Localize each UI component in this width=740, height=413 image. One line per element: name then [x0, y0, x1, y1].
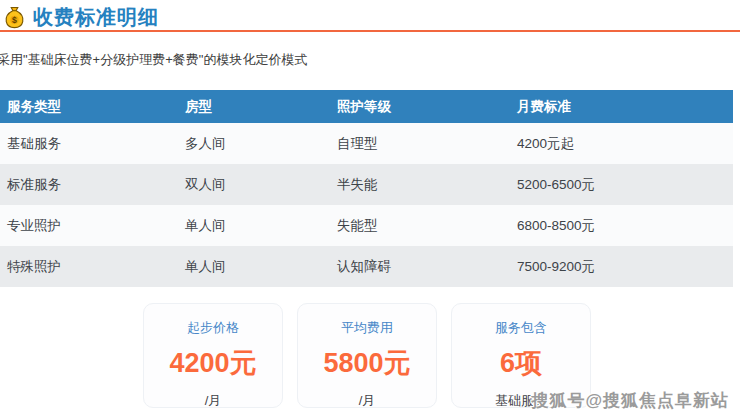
section-header: $ 收费标准明细 [3, 4, 159, 31]
col-monthly-fee: 月费标准 [510, 90, 733, 123]
stat-card-average-fee: 平均费用 5800元 /月 [297, 303, 437, 408]
stat-card-starting-price: 起步价格 4200元 /月 [143, 303, 283, 408]
stat-label: 服务包含 [452, 319, 590, 337]
sohu-watermark: 搜狐号@搜狐焦点阜新站 [531, 389, 729, 412]
fee-table: 服务类型 房型 照护等级 月费标准 基础服务 多人间 自理型 4200元起 标准… [0, 90, 733, 287]
stat-label: 起步价格 [144, 319, 282, 337]
cell-service-type: 专业照护 [0, 205, 178, 246]
stat-unit: /月 [144, 392, 282, 410]
cell-room-type: 单人间 [178, 205, 330, 246]
cell-service-type: 标准服务 [0, 164, 178, 205]
cell-care-level: 认知障碍 [330, 246, 510, 287]
cell-monthly-fee: 6800-8500元 [510, 205, 733, 246]
cell-service-type: 基础服务 [0, 123, 178, 164]
cell-monthly-fee: 4200元起 [510, 123, 733, 164]
stat-value: 5800元 [298, 345, 436, 381]
page-title: 收费标准明细 [33, 4, 159, 31]
col-service-type: 服务类型 [0, 90, 178, 123]
table-header-row: 服务类型 房型 照护等级 月费标准 [0, 90, 733, 123]
table-row: 专业照护 单人间 失能型 6800-8500元 [0, 205, 733, 246]
stat-value: 4200元 [144, 345, 282, 381]
svg-text:$: $ [12, 15, 17, 25]
cell-care-level: 半失能 [330, 164, 510, 205]
cell-care-level: 自理型 [330, 123, 510, 164]
table-row: 特殊照护 单人间 认知障碍 7500-9200元 [0, 246, 733, 287]
money-bag-icon: $ [3, 6, 26, 29]
col-room-type: 房型 [178, 90, 330, 123]
table-row: 标准服务 双人间 半失能 5200-6500元 [0, 164, 733, 205]
table-row: 基础服务 多人间 自理型 4200元起 [0, 123, 733, 164]
col-care-level: 照护等级 [330, 90, 510, 123]
stat-label: 平均费用 [298, 319, 436, 337]
cell-monthly-fee: 5200-6500元 [510, 164, 733, 205]
pricing-model-text: 采用"基础床位费+分级护理费+餐费"的模块化定价模式 [0, 51, 307, 69]
stat-unit: /月 [298, 392, 436, 410]
stat-cards: 起步价格 4200元 /月 平均费用 5800元 /月 服务包含 6项 基础服务 [143, 303, 591, 408]
cell-service-type: 特殊照护 [0, 246, 178, 287]
cell-care-level: 失能型 [330, 205, 510, 246]
orange-divider [0, 30, 740, 32]
stat-value: 6项 [452, 345, 590, 381]
cell-monthly-fee: 7500-9200元 [510, 246, 733, 287]
cell-room-type: 双人间 [178, 164, 330, 205]
cell-room-type: 多人间 [178, 123, 330, 164]
cell-room-type: 单人间 [178, 246, 330, 287]
